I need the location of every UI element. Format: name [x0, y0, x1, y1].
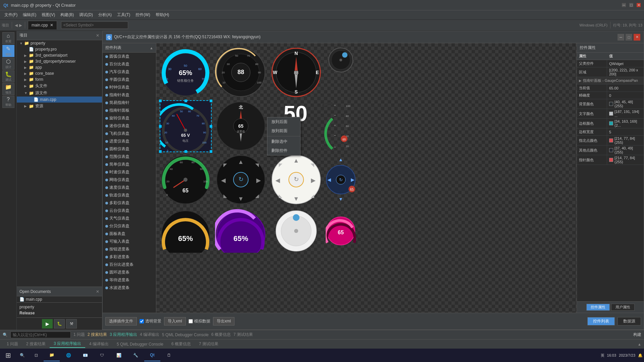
ctrl-item-27[interactable]: 百分比进度条 — [103, 261, 156, 268]
taskbar-app7[interactable]: 🗒 — [161, 349, 177, 361]
export-xml-btn[interactable]: 导出xml — [213, 317, 235, 325]
output-tab-summary[interactable]: 6 概要信息 — [167, 341, 195, 348]
build-button[interactable]: ⚒ — [66, 319, 77, 328]
modal-maximize-btn[interactable]: □ — [626, 34, 632, 41]
rotate2-widget[interactable]: ▲ ▼ ◀ ▶ ◤ ◥ ◣ ◢ ↻ — [270, 154, 322, 206]
ctrl-item-3[interactable]: 半圆仪表盘 — [103, 76, 156, 83]
tree-item-app[interactable]: ▶ 📁 app — [17, 64, 102, 70]
tree-item-resources[interactable]: ▶ 📁 资源 — [17, 103, 102, 110]
taskbar-app3[interactable]: 🛡 — [94, 349, 110, 361]
taskbar-app1[interactable]: 🌐 — [60, 349, 76, 361]
output-tab-compile[interactable]: 4 编译输出 — [85, 341, 113, 348]
props-section-compass[interactable]: ▶ 指南针面板 - GaugeCompassPan — [577, 77, 644, 84]
ctrl-item-9[interactable]: 迷你仪表盘 — [103, 122, 156, 130]
close-button[interactable]: ✕ — [637, 3, 641, 7]
ctrl-item-14[interactable]: 简单仪表盘 — [103, 161, 156, 168]
taskbar-view-btn[interactable]: ⊡ — [30, 349, 43, 361]
taskbar-app2[interactable]: 📧 — [77, 349, 93, 361]
ctrl-list-close[interactable]: ▲ — [150, 46, 153, 50]
ctrl-item-11[interactable]: 进度仪表盘 — [103, 137, 156, 145]
ctrl-item-17[interactable]: 速度仪表盘 — [103, 184, 156, 191]
run-button[interactable]: ▶ — [42, 319, 53, 328]
ctrl-item-4[interactable]: 时钟仪表盘 — [103, 83, 156, 91]
rotate1-widget[interactable]: ▲ ▼ ◀ ▶ ◤ ◥ ◣ ◢ ↻ — [215, 154, 267, 206]
ctrl-item-7[interactable]: 指南针面板 — [103, 107, 156, 114]
percent1-widget[interactable]: 65% — [160, 209, 212, 253]
search-taskbar-btn[interactable]: 🔍 — [15, 349, 29, 361]
ctrl-item-8[interactable]: 旋转仪表盘 — [103, 114, 156, 122]
sidebar-header-close[interactable]: ✕ — [96, 33, 99, 38]
ctrl-item-29[interactable]: 等待进度条 — [103, 276, 156, 284]
ctrl-item-21[interactable]: 天气仪表盘 — [103, 215, 156, 222]
knob-widget[interactable] — [327, 47, 354, 73]
ctrl-item-16[interactable]: 网络仪表盘 — [103, 176, 156, 184]
car-gauge-widget[interactable]: 30 50 70 80 20 90 10 100 88 — [215, 47, 267, 99]
compass2-widget[interactable]: 北 65 设置值 — [215, 100, 267, 152]
menu-debug[interactable]: 调试(D) — [76, 10, 96, 19]
ctx-item-delete[interactable]: 删除控件 — [267, 146, 300, 155]
footer-tab-ctrl[interactable]: 控件列表 — [587, 317, 615, 325]
maximize-button[interactable]: □ — [629, 3, 633, 7]
menu-file[interactable]: 文件(F) — [2, 10, 20, 19]
percent2-widget[interactable]: 65% — [215, 209, 267, 253]
welcome-btn[interactable]: ⌂ 欢迎 — [2, 32, 14, 44]
menu-edit[interactable]: 编辑(E) — [20, 10, 39, 19]
modal-minimize-btn[interactable]: ─ — [618, 34, 624, 41]
minimize-button[interactable]: ─ — [622, 3, 626, 7]
tree-item-headers[interactable]: ▶ 📁 头文件 — [17, 82, 102, 89]
props-tab-user[interactable]: 用户属性 — [611, 304, 635, 311]
menu-build[interactable]: 构建(B) — [58, 10, 76, 19]
ctrl-item-13[interactable]: 范围仪表盘 — [103, 153, 156, 161]
ctrl-item-6[interactable]: 简易指南针 — [103, 99, 156, 107]
taskbar-notify[interactable]: 🔔 — [638, 353, 643, 358]
design-btn[interactable]: ⬡ 设计 — [2, 58, 14, 70]
canvas-area[interactable]: 50 60 70 30 20 65% 销售额任务 — [156, 43, 577, 313]
tree-item-form[interactable]: ▶ 📁 form — [17, 76, 102, 82]
debug-run-button[interactable]: 🐛 — [54, 319, 65, 328]
file-tab-close[interactable]: ✕ — [50, 23, 53, 27]
ctrl-item-18[interactable]: 轨道仪表盘 — [103, 191, 156, 199]
ctrl-item-30[interactable]: 水波进度条 — [103, 284, 156, 292]
modal-close-btn[interactable]: ✕ — [634, 34, 640, 41]
ctrl-item-0[interactable]: 圆弧仪表盘 — [103, 53, 156, 60]
output-tab-test[interactable]: 7 测试结果 — [195, 341, 222, 348]
ctrl-item-10[interactable]: 飞机仪表盘 — [103, 130, 156, 137]
search-input[interactable] — [10, 331, 71, 338]
tree-item-qtprop[interactable]: ▶ 📁 3rd_qtpropertybrowser — [17, 58, 102, 64]
edit-btn[interactable]: ✎ 编辑 — [2, 45, 14, 57]
knob2-widget[interactable] — [270, 209, 322, 253]
help-btn[interactable]: ? 帮助 — [2, 96, 14, 108]
toolbar-nav-back[interactable]: ◂ — [15, 21, 18, 29]
tree-item-pro[interactable]: 📄 property.pro — [17, 46, 102, 52]
ctrl-item-25[interactable]: 按钮进度条 — [103, 245, 156, 253]
menu-view[interactable]: 视图(V) — [39, 10, 58, 19]
select-plugin-btn[interactable]: 选择插件文件 — [105, 317, 137, 325]
compass-widget[interactable]: N S E W 88 — [270, 47, 322, 99]
ctrl-item-23[interactable]: 面板表盘 — [103, 230, 156, 238]
ctrl-item-15[interactable]: 时速仪表盘 — [103, 168, 156, 176]
ctrl-item-24[interactable]: 可输入表盘 — [103, 238, 156, 245]
debug-btn[interactable]: 🐛 调试 — [2, 70, 14, 82]
output-tab-app[interactable]: 3 应用程序输出 — [50, 340, 85, 348]
menu-help[interactable]: 帮助(H) — [153, 10, 172, 19]
ctx-item-deselect[interactable]: 删除选中 — [267, 137, 300, 146]
ctrl-item-19[interactable]: 多彩仪表盘 — [103, 199, 156, 207]
tree-item-core[interactable]: ▶ 📁 core_base — [17, 70, 102, 76]
output-tab-search[interactable]: 2 搜索结果 — [22, 341, 50, 348]
arc-gauge-widget[interactable]: 50 60 70 30 20 65% 销售额任务 — [160, 47, 212, 99]
output-arrow[interactable]: ▲ — [638, 342, 641, 346]
output-tab-issues[interactable]: 1 问题 — [3, 341, 22, 348]
ctrl-item-26[interactable]: 多彩进度条 — [103, 253, 156, 261]
tree-item-main[interactable]: 📄 main.cpp — [17, 97, 102, 103]
ctx-item-back[interactable]: 放到后面 — [267, 117, 300, 126]
menu-tools[interactable]: 工具(T) — [114, 10, 133, 19]
ctrl-item-28[interactable]: 圆环进度条 — [103, 268, 156, 276]
transparent-checkbox[interactable] — [140, 319, 144, 323]
taskbar-qtcreator[interactable]: Qt — [144, 349, 160, 361]
props-tab-ctrl[interactable]: 控件属性 — [586, 304, 610, 311]
symbol-selector[interactable] — [61, 21, 128, 29]
taskbar-app5[interactable]: 🔧 — [127, 349, 144, 361]
open-docs-close[interactable]: ✕ — [96, 289, 99, 294]
ctrl-item-5[interactable]: 指南针表盘 — [103, 91, 156, 99]
open-doc-main[interactable]: 📄 main.cpp — [17, 296, 102, 302]
